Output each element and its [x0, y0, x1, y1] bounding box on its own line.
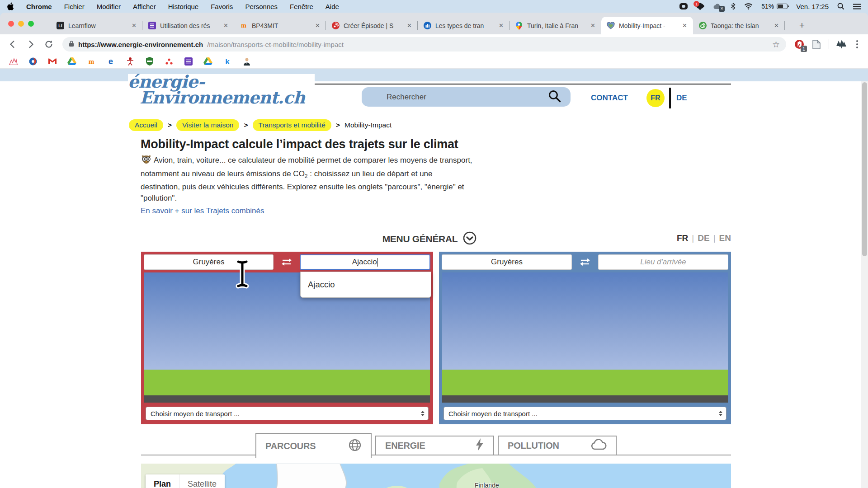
map-plan-button[interactable]: Plan — [146, 474, 179, 488]
close-tab-icon[interactable]: ✕ — [314, 21, 321, 30]
bookmark-dots-red-icon[interactable] — [165, 57, 174, 66]
screen-record-icon[interactable] — [679, 3, 688, 9]
dropbox-sync-icon[interactable]: 1 — [696, 3, 704, 10]
autocomplete-option-ajaccio[interactable]: Ajaccio — [301, 280, 431, 290]
menubar-item-modifier[interactable]: Modifier — [97, 3, 121, 10]
departure-input-right[interactable] — [442, 254, 572, 270]
lang-de-button[interactable]: DE — [676, 94, 687, 103]
close-tab-icon[interactable]: ✕ — [497, 21, 505, 30]
zoom-window-button[interactable] — [28, 21, 34, 27]
menubar-item-fichier[interactable]: Fichier — [64, 3, 85, 10]
bookmark-chart-pink-icon[interactable] — [9, 57, 18, 66]
page-extension-icon[interactable] — [810, 38, 823, 51]
map-canvas[interactable]: Islande Suède Finlande Russie Plan Satel… — [141, 464, 731, 488]
widget-lang-de[interactable]: DE — [698, 233, 709, 243]
tab-energie[interactable]: ENERGIE — [375, 436, 494, 455]
breadcrumb-transports[interactable]: Transports et mobilité — [253, 119, 331, 131]
menubar-item-afficher[interactable]: Afficher — [133, 3, 156, 10]
menubar-item-personnes[interactable]: Personnes — [245, 3, 278, 10]
tab-parcours[interactable]: PARCOURS — [255, 433, 372, 458]
close-tab-icon[interactable]: ✕ — [222, 21, 230, 30]
heart-globe-icon — [607, 22, 615, 30]
spotlight-search-icon[interactable] — [837, 3, 844, 10]
menubar-item-aide[interactable]: Aide — [326, 3, 339, 10]
scrollbar-thumb[interactable] — [862, 82, 867, 256]
cloud-offline-icon[interactable]: ✕ — [713, 3, 722, 10]
notification-center-icon[interactable] — [853, 4, 861, 9]
departure-input-left[interactable] — [144, 254, 274, 270]
lang-fr-button[interactable]: FR — [646, 89, 665, 107]
swap-icon[interactable] — [575, 255, 595, 269]
bookmark-star-icon[interactable]: ☆ — [772, 39, 780, 49]
bookmark-sphere-icon[interactable] — [28, 57, 38, 66]
forward-icon[interactable] — [24, 37, 38, 52]
new-tab-button[interactable]: + — [796, 19, 808, 32]
breadcrumb-visiter[interactable]: Visiter la maison — [176, 119, 239, 131]
apple-logo-icon[interactable] — [7, 2, 14, 10]
scene-right — [442, 272, 728, 403]
tab-pollution[interactable]: POLLUTION — [498, 436, 617, 455]
tab-bp43mit[interactable]: m BP43MIT ✕ — [234, 17, 326, 34]
adblock-extension-icon[interactable]: 1 — [793, 38, 806, 51]
reload-icon[interactable] — [42, 37, 56, 52]
transport-select-right[interactable]: Choisir moyen de transport ... — [443, 407, 726, 420]
menubar-app-name[interactable]: Chrome — [26, 3, 52, 10]
map-satellite-button[interactable]: Satellite — [179, 474, 225, 488]
tab-les-types[interactable]: Les types de tran ✕ — [418, 17, 509, 34]
search-input[interactable] — [387, 93, 548, 102]
chevron-down-icon[interactable] — [463, 231, 476, 247]
bookmark-person-red-icon[interactable] — [126, 57, 135, 66]
close-tab-icon[interactable]: ✕ — [589, 21, 597, 30]
bookmark-e-blue-icon[interactable]: e — [106, 57, 115, 66]
search-icon[interactable] — [548, 89, 561, 105]
tab-creer-episode[interactable]: Créer Épisode | S ✕ — [326, 17, 418, 34]
contact-link[interactable]: CONTACT — [591, 94, 628, 103]
breadcrumb-accueil[interactable]: Accueil — [129, 119, 163, 131]
bookmark-moodle-icon[interactable]: m — [87, 57, 96, 66]
close-tab-icon[interactable]: ✕ — [773, 21, 780, 30]
map-type-control: Plan Satellite — [146, 474, 225, 488]
close-tab-icon[interactable]: ✕ — [681, 21, 689, 30]
close-window-button[interactable] — [8, 21, 14, 27]
tab-turin[interactable]: Turin, Italie à Fran ✕ — [509, 17, 601, 34]
minimize-window-button[interactable] — [18, 21, 24, 27]
url-host: https://www.energie-environnement.ch — [78, 41, 203, 48]
bookmark-shield-icon[interactable] — [145, 57, 154, 66]
bookmark-person-suit-icon[interactable] — [242, 57, 251, 66]
close-tab-icon[interactable]: ✕ — [406, 21, 413, 30]
swap-icon[interactable] — [277, 255, 297, 269]
transport-select-left[interactable]: Choisir moyen de transport ... — [146, 407, 429, 420]
chrome-menu-icon[interactable] — [852, 40, 863, 48]
menubar-item-fenetre[interactable]: Fenêtre — [290, 3, 313, 10]
bluetooth-icon[interactable] — [731, 3, 736, 10]
widget-lang-fr[interactable]: FR — [677, 233, 688, 243]
bookmark-drive2-icon[interactable] — [203, 57, 212, 66]
bookmark-k-blue-icon[interactable]: k — [223, 57, 232, 66]
menubar-item-favoris[interactable]: Favoris — [211, 3, 233, 10]
wifi-icon[interactable] — [744, 3, 753, 9]
page-scrollbar[interactable] — [861, 81, 868, 488]
menu-general-toggle[interactable]: MENU GÉNÉRAL — [128, 231, 731, 247]
site-search[interactable] — [362, 87, 571, 107]
bookmark-drive-icon[interactable] — [67, 57, 76, 66]
widget-lang-en[interactable]: EN — [719, 233, 731, 243]
trajets-combines-link[interactable]: En savoir + sur les Trajets combinés — [141, 206, 264, 216]
arrival-input-left[interactable]: Ajaccio — [300, 254, 430, 270]
tab-mobility-impact-active[interactable]: Mobility-Impact - ✕ — [601, 17, 693, 34]
svg-text:Lf: Lf — [58, 23, 62, 28]
arrival-input-right[interactable] — [598, 254, 728, 270]
forest-extension-icon[interactable] — [835, 38, 848, 51]
address-bar[interactable]: https://www.energie-environnement.ch/mai… — [62, 37, 786, 52]
tab-learnflow[interactable]: Lf Learnflow ✕ — [51, 17, 142, 34]
site-logo[interactable]: énergie- Environnement.ch — [128, 74, 315, 107]
tab-utilisation[interactable]: Utilisation des rés ✕ — [142, 17, 234, 34]
tab-taonga[interactable]: Taonga: the Islan ✕ — [693, 17, 785, 34]
menubar-clock[interactable]: Ven. 17:25 — [796, 3, 829, 10]
close-tab-icon[interactable]: ✕ — [130, 21, 138, 30]
back-icon[interactable] — [5, 37, 20, 52]
battery-status[interactable]: 51% — [761, 3, 788, 10]
bookmark-purple-list-icon[interactable] — [184, 57, 193, 66]
bookmark-gmail-icon[interactable] — [48, 57, 57, 66]
menubar-item-historique[interactable]: Historique — [168, 3, 199, 10]
moodle-icon: m — [240, 22, 248, 30]
